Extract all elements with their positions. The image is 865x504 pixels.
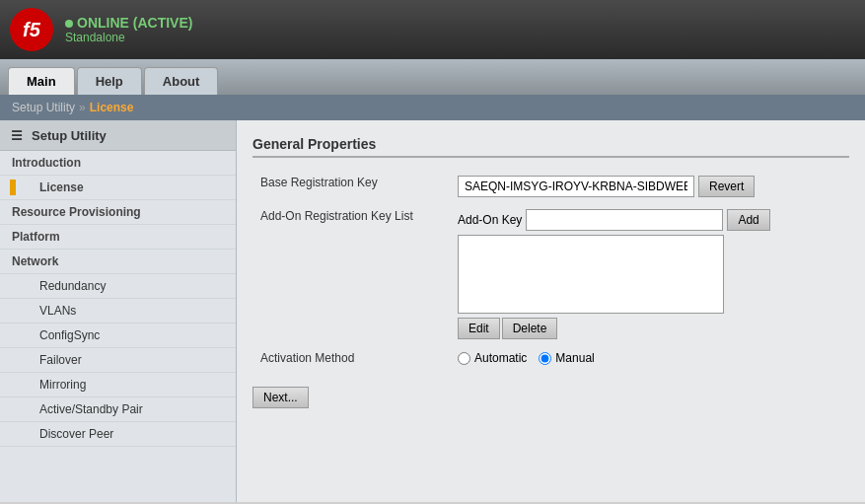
- addon-key-input[interactable]: [526, 209, 723, 231]
- header: f5 ONLINE (ACTIVE) Standalone: [0, 0, 865, 59]
- base-reg-key-row: Base Registration Key Revert: [252, 170, 849, 203]
- manual-radio-label[interactable]: Manual: [539, 351, 594, 365]
- addon-key-inline-label: Add-On Key: [458, 213, 522, 227]
- tab-about[interactable]: About: [144, 67, 219, 95]
- main-layout: ☰ Setup Utility Introduction License Res…: [0, 120, 865, 502]
- sidebar: ☰ Setup Utility Introduction License Res…: [0, 120, 237, 502]
- sidebar-item-vlans[interactable]: VLANs: [0, 299, 236, 324]
- sidebar-item-discover-peer[interactable]: Discover Peer: [0, 422, 236, 447]
- automatic-radio[interactable]: [458, 352, 470, 365]
- sidebar-item-mirroring[interactable]: Mirroring: [0, 373, 236, 397]
- addon-key-listbox[interactable]: [458, 235, 724, 314]
- automatic-label-text: Automatic: [474, 351, 527, 365]
- sidebar-item-redundancy[interactable]: Redundancy: [0, 274, 236, 299]
- sidebar-header: ☰ Setup Utility: [0, 120, 236, 151]
- manual-radio[interactable]: [539, 352, 551, 365]
- manual-label-text: Manual: [555, 351, 594, 365]
- base-registration-key-input[interactable]: [458, 176, 694, 197]
- setup-icon: ☰: [8, 126, 26, 144]
- edit-button[interactable]: Edit: [458, 318, 500, 339]
- sidebar-item-active-standby-pair[interactable]: Active/Standby Pair: [0, 397, 236, 422]
- base-reg-key-value: Revert: [450, 170, 849, 203]
- breadcrumb: Setup Utility » License: [0, 95, 865, 120]
- sidebar-item-resource-provisioning[interactable]: Resource Provisioning: [0, 200, 236, 225]
- breadcrumb-current: License: [90, 101, 134, 114]
- delete-button[interactable]: Delete: [502, 318, 558, 339]
- header-info: ONLINE (ACTIVE) Standalone: [65, 15, 192, 44]
- addon-reg-key-value: Add-On Key Add Edit Delete: [450, 203, 849, 345]
- sidebar-item-introduction[interactable]: Introduction: [0, 151, 236, 176]
- sidebar-item-license[interactable]: License: [0, 176, 236, 200]
- header-standalone: Standalone: [65, 31, 192, 44]
- status-dot: [65, 20, 73, 28]
- activation-radio-group: Automatic Manual: [458, 351, 841, 365]
- section-title: General Properties: [252, 136, 849, 158]
- sidebar-item-failover[interactable]: Failover: [0, 348, 236, 373]
- next-button[interactable]: Next...: [252, 387, 309, 408]
- add-button[interactable]: Add: [727, 209, 769, 231]
- header-status: ONLINE (ACTIVE): [65, 15, 192, 31]
- activation-method-value: Automatic Manual: [450, 345, 849, 371]
- sidebar-item-network[interactable]: Network: [0, 250, 236, 274]
- license-marker: [10, 180, 16, 195]
- sidebar-header-label: Setup Utility: [32, 128, 107, 143]
- sidebar-item-platform[interactable]: Platform: [0, 225, 236, 250]
- base-reg-key-label: Base Registration Key: [252, 170, 450, 203]
- activation-method-row: Activation Method Automatic Manual: [252, 345, 849, 371]
- breadcrumb-parent: Setup Utility: [12, 101, 75, 114]
- automatic-radio-label[interactable]: Automatic: [458, 351, 527, 365]
- revert-button[interactable]: Revert: [698, 176, 755, 197]
- form-table: Base Registration Key Revert Add-On Regi…: [252, 170, 849, 371]
- addon-reg-key-row: Add-On Registration Key List Add-On Key …: [252, 203, 849, 345]
- sidebar-item-configsync[interactable]: ConfigSync: [0, 324, 236, 348]
- tab-help[interactable]: Help: [77, 67, 142, 95]
- addon-reg-key-label: Add-On Registration Key List: [252, 203, 450, 345]
- content-area: General Properties Base Registration Key…: [237, 120, 865, 502]
- f5-logo: f5: [10, 8, 53, 51]
- next-btn-row: Next...: [252, 387, 849, 408]
- breadcrumb-separator: »: [79, 101, 86, 114]
- nav-bar: Main Help About: [0, 59, 865, 95]
- tab-main[interactable]: Main: [8, 67, 75, 95]
- activation-method-label: Activation Method: [252, 345, 450, 371]
